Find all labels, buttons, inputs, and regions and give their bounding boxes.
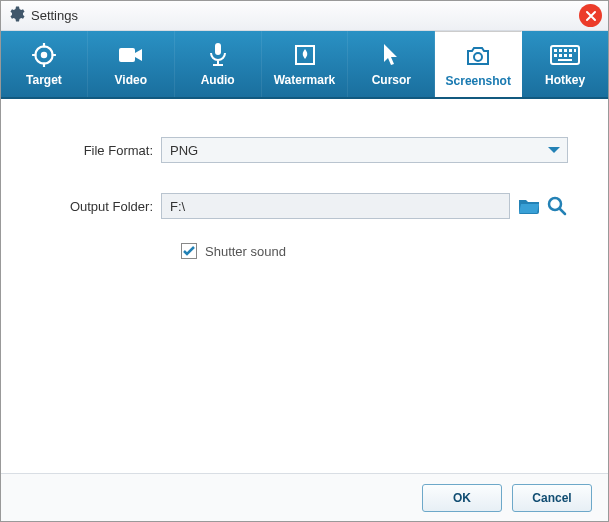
target-icon bbox=[31, 41, 57, 69]
browse-folder-button[interactable] bbox=[518, 195, 540, 217]
microphone-icon bbox=[207, 41, 229, 69]
keyboard-icon bbox=[550, 41, 580, 69]
tab-watermark[interactable]: Watermark bbox=[262, 31, 349, 97]
tab-label: Audio bbox=[201, 73, 235, 87]
close-icon bbox=[585, 10, 597, 22]
tab-target[interactable]: Target bbox=[1, 31, 88, 97]
svg-rect-11 bbox=[574, 49, 576, 52]
shutter-sound-label: Shutter sound bbox=[205, 244, 286, 259]
gear-icon bbox=[7, 5, 25, 26]
svg-point-5 bbox=[474, 53, 482, 61]
tab-label: Watermark bbox=[274, 73, 336, 87]
tab-video[interactable]: Video bbox=[88, 31, 175, 97]
tab-label: Hotkey bbox=[545, 73, 585, 87]
tab-screenshot[interactable]: Screenshot bbox=[435, 31, 522, 97]
svg-rect-16 bbox=[558, 59, 572, 61]
settings-pane: File Format: PNG Output Folder: Shutter … bbox=[1, 99, 608, 279]
svg-rect-3 bbox=[215, 43, 221, 55]
check-icon bbox=[182, 244, 196, 258]
open-folder-button[interactable] bbox=[546, 195, 568, 217]
svg-rect-7 bbox=[554, 49, 557, 52]
svg-rect-9 bbox=[564, 49, 567, 52]
svg-rect-8 bbox=[559, 49, 562, 52]
cancel-button[interactable]: Cancel bbox=[512, 484, 592, 512]
tab-label: Video bbox=[115, 73, 147, 87]
svg-rect-2 bbox=[119, 48, 135, 62]
tab-label: Screenshot bbox=[446, 74, 511, 88]
folder-icon bbox=[518, 197, 540, 215]
file-format-label: File Format: bbox=[41, 143, 161, 158]
file-format-select[interactable]: PNG bbox=[161, 137, 568, 163]
camera-icon bbox=[464, 42, 492, 70]
svg-point-1 bbox=[42, 53, 46, 57]
output-folder-input[interactable] bbox=[161, 193, 510, 219]
file-format-value: PNG bbox=[170, 143, 198, 158]
tab-cursor[interactable]: Cursor bbox=[348, 31, 435, 97]
output-folder-row: Output Folder: bbox=[41, 193, 568, 219]
tab-label: Cursor bbox=[372, 73, 411, 87]
titlebar: Settings bbox=[1, 1, 608, 31]
search-icon bbox=[547, 196, 567, 216]
tab-label: Target bbox=[26, 73, 62, 87]
svg-rect-12 bbox=[554, 54, 557, 57]
output-folder-label: Output Folder: bbox=[41, 199, 161, 214]
close-button[interactable] bbox=[579, 4, 602, 27]
svg-rect-13 bbox=[559, 54, 562, 57]
video-icon bbox=[118, 41, 144, 69]
ok-button[interactable]: OK bbox=[422, 484, 502, 512]
footer: OK Cancel bbox=[1, 473, 608, 521]
shutter-sound-row: Shutter sound bbox=[181, 243, 568, 259]
svg-rect-10 bbox=[569, 49, 572, 52]
chevron-down-icon bbox=[548, 147, 560, 153]
file-format-row: File Format: PNG bbox=[41, 137, 568, 163]
svg-rect-14 bbox=[564, 54, 567, 57]
tab-hotkey[interactable]: Hotkey bbox=[522, 31, 608, 97]
tab-audio[interactable]: Audio bbox=[175, 31, 262, 97]
cursor-icon bbox=[381, 41, 401, 69]
svg-rect-15 bbox=[569, 54, 572, 57]
tabbar: Target Video Audio Watermark Cursor Scre… bbox=[1, 31, 608, 99]
watermark-icon bbox=[293, 41, 317, 69]
shutter-sound-checkbox[interactable] bbox=[181, 243, 197, 259]
window-title: Settings bbox=[31, 8, 78, 23]
